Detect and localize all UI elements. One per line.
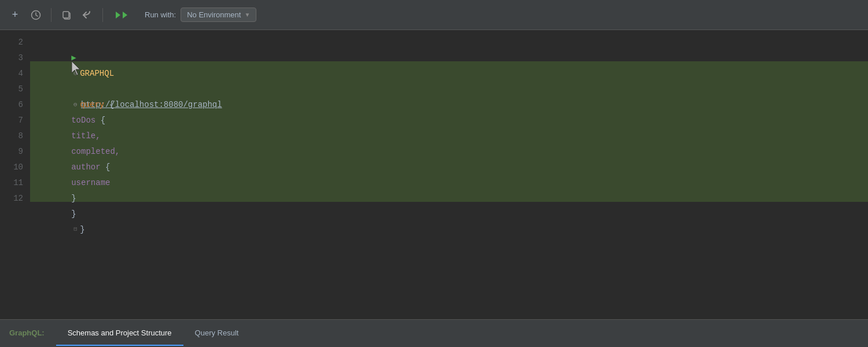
line-num-7: 7 — [0, 113, 23, 128]
todos-end-line: } — [30, 175, 868, 191]
username-field-line: username — [30, 144, 868, 160]
line-num-10: 10 — [0, 160, 23, 175]
todos-start-line: toDos { — [30, 82, 868, 97]
run-icon — [115, 10, 131, 20]
divider-2 — [102, 8, 103, 22]
completed-field-line: completed, — [30, 113, 868, 128]
svg-marker-4 — [123, 12, 127, 19]
graphql-header-line: ▶ ⊖GRAPHQL http://localhost:8080/graphql — [30, 35, 868, 50]
title-field-line: title, — [30, 97, 868, 113]
line-numbers: 2 3 4 5 6 7 8 9 10 11 12 — [0, 30, 30, 319]
line-num-8: 8 — [0, 128, 23, 144]
svg-rect-2 — [63, 12, 69, 18]
line-num-11: 11 — [0, 175, 23, 191]
svg-marker-3 — [116, 12, 120, 19]
query-end-line: ⊟} — [30, 191, 868, 206]
line-num-3: 3 — [0, 50, 23, 66]
run-button[interactable] — [110, 7, 135, 23]
copy-icon — [61, 10, 72, 20]
fold-icon-end: ⊟ — [71, 226, 79, 234]
line-num-12: 12 — [0, 191, 23, 206]
line-num-6: 6 — [0, 97, 23, 113]
line-num-5: 5 — [0, 82, 23, 97]
history-button[interactable] — [28, 7, 44, 23]
tab-query-result[interactable]: Query Result — [183, 320, 251, 347]
chevron-down-icon: ▼ — [244, 12, 250, 18]
divider-1 — [51, 8, 52, 22]
nav-back-icon — [82, 10, 93, 20]
line-3-empty — [30, 50, 868, 66]
history-icon — [31, 10, 41, 20]
toolbar: + Run with: No Environment ▼ — [0, 0, 868, 30]
run-with-label: Run with: — [145, 10, 176, 19]
bottom-tabs: GraphQL: Schemas and Project Structure Q… — [0, 319, 868, 347]
line-num-2: 2 — [0, 35, 23, 50]
graphql-label: GraphQL: — [0, 320, 56, 347]
line-num-9: 9 — [0, 144, 23, 160]
tab-active-indicator — [56, 345, 183, 346]
code-editor[interactable]: 2 3 4 5 6 7 8 9 10 11 12 ▶ ⊖GRAPHQL http… — [0, 30, 868, 319]
author-start-line: author { — [30, 128, 868, 144]
query-start-line: ⊖query { — [30, 66, 868, 82]
code-content[interactable]: ▶ ⊖GRAPHQL http://localhost:8080/graphql… — [30, 30, 868, 319]
environment-dropdown[interactable]: No Environment ▼ — [181, 8, 256, 22]
tab-schemas[interactable]: Schemas and Project Structure — [56, 320, 183, 347]
author-end-line: } — [30, 160, 868, 175]
line-num-4: 4 — [0, 66, 23, 82]
copy-button[interactable] — [58, 7, 75, 23]
nav-back-button[interactable] — [79, 7, 95, 23]
add-button[interactable]: + — [7, 7, 23, 23]
editor-area: 2 3 4 5 6 7 8 9 10 11 12 ▶ ⊖GRAPHQL http… — [0, 30, 868, 319]
